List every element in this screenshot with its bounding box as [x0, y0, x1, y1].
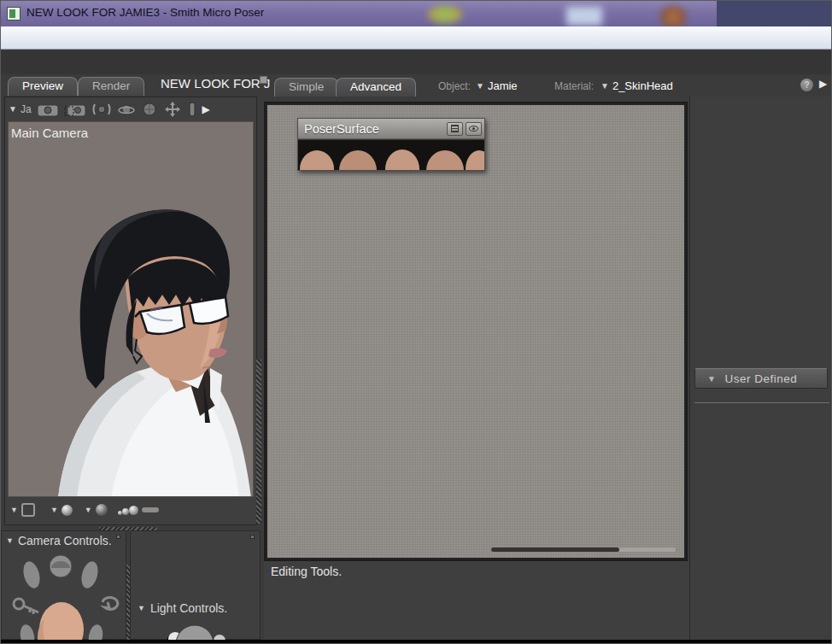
posersurface-header[interactable]: PoserSurface: [298, 119, 484, 139]
wacro-panel: ▼ User Defined: [689, 97, 832, 640]
chevron-down-icon: ▼: [707, 374, 716, 383]
object-label: Object:: [438, 80, 471, 92]
figure-select-dropdown[interactable]: ▼Ja: [9, 103, 32, 115]
chevron-down-icon[interactable]: ▼: [10, 506, 18, 514]
help-icon[interactable]: ?: [800, 79, 813, 91]
divider: [694, 402, 829, 403]
camera-name-label: Main Camera: [11, 126, 88, 140]
camera-toolbar: ▼Ja ▶: [5, 97, 256, 120]
chevron-down-icon: ▼: [9, 104, 17, 114]
tab-simple[interactable]: Simple: [274, 78, 338, 97]
user-defined-header[interactable]: ▼ User Defined: [694, 368, 828, 389]
wallpaper-blob: [566, 7, 602, 26]
title-bar[interactable]: NEW LOOK FOR JAMIE3 - Smith Micro Poser: [1, 1, 832, 26]
chevron-down-icon[interactable]: ▼: [50, 506, 58, 514]
hscrollbar-thumb[interactable]: [491, 547, 619, 552]
object-selector[interactable]: ▼Jamie: [476, 79, 518, 92]
tracking-style-icon[interactable]: [62, 505, 73, 516]
face-camera-icon[interactable]: [141, 102, 158, 117]
chevron-down-icon: ▼: [476, 81, 484, 91]
depth-cue-spheres: [118, 506, 138, 515]
move-camera-icon[interactable]: [163, 102, 182, 117]
editing-tools-title: Editing Tools.: [271, 565, 342, 578]
titlebar-wallpaper: [717, 1, 832, 26]
hand-camera-icon[interactable]: [187, 102, 197, 117]
user-defined-label: User Defined: [725, 372, 798, 385]
posersurface-node[interactable]: PoserSurface: [297, 118, 485, 171]
posersurface-title: PoserSurface: [304, 122, 447, 136]
room-tabs: [1, 50, 832, 74]
wallpaper-blob: [660, 6, 686, 26]
material-label: Material:: [554, 80, 594, 92]
tab-preview[interactable]: Preview: [8, 77, 78, 96]
node-canvas-hscrollbar[interactable]: [491, 547, 676, 552]
dolly-camera-icon[interactable]: [91, 102, 112, 117]
document-title: NEW LOOK FOR J: [161, 76, 270, 91]
collapse-triangle-icon[interactable]: ▼: [6, 536, 14, 545]
preview-viewport: ▼Ja ▶: [4, 97, 257, 525]
node-preview-eye-icon[interactable]: [466, 122, 482, 136]
panel-expand-icon[interactable]: ▶: [819, 78, 827, 90]
display-style-controls: ▼ ▼ ▼: [5, 498, 256, 522]
menu-bar: [1, 26, 832, 50]
character-render: [9, 122, 254, 497]
chevron-down-icon: ▼: [601, 81, 609, 91]
light-controls-panel: ▼ Light Controls.: [130, 530, 261, 640]
poser-window: NEW LOOK FOR JAMIE3 - Smith Micro Poser …: [0, 0, 832, 644]
document-style-icon[interactable]: [21, 503, 35, 517]
flash-camera-icon[interactable]: [37, 102, 59, 117]
select-camera-icon[interactable]: [64, 102, 86, 117]
tab-advanced[interactable]: Advanced: [336, 78, 416, 97]
toolbar-expand-icon[interactable]: ▶: [202, 103, 210, 115]
shader-node-editor: PoserSurface: [264, 102, 688, 561]
orbit-camera-icon[interactable]: [117, 102, 136, 117]
node-wires: [267, 105, 684, 558]
doc-window-icon[interactable]: [260, 76, 267, 84]
chevron-down-icon[interactable]: ▼: [85, 506, 92, 514]
editing-tools-strip: Editing Tools.: [264, 561, 689, 640]
doc-row: Preview Render NEW LOOK FOR J Simple Adv…: [1, 74, 832, 97]
camera-controls-title: Camera Controls.: [18, 534, 112, 547]
node-canvas[interactable]: PoserSurface: [267, 105, 684, 558]
material-selector[interactable]: ▼2_SkinHead: [601, 79, 673, 92]
camera-controls-panel: ▼ Camera Controls.: [1, 530, 126, 640]
shadow-style-icon[interactable]: [96, 504, 108, 516]
app-icon: [7, 7, 21, 20]
window-title: NEW LOOK FOR JAMIE3 - Smith Micro Poser: [26, 6, 264, 19]
splitter-handle[interactable]: [256, 360, 261, 524]
light-control-icons[interactable]: [131, 531, 261, 641]
panel-resize-dot[interactable]: [116, 535, 120, 539]
main-camera-view[interactable]: [8, 121, 254, 497]
camera-control-icons[interactable]: [2, 551, 127, 641]
tab-render[interactable]: Render: [78, 77, 144, 96]
wallpaper-blob: [428, 6, 462, 23]
window-bottom-edge: [1, 640, 832, 644]
material-preview-strip: [298, 139, 484, 170]
node-options-icon[interactable]: [447, 122, 463, 136]
ground-color-dots: [142, 507, 159, 512]
